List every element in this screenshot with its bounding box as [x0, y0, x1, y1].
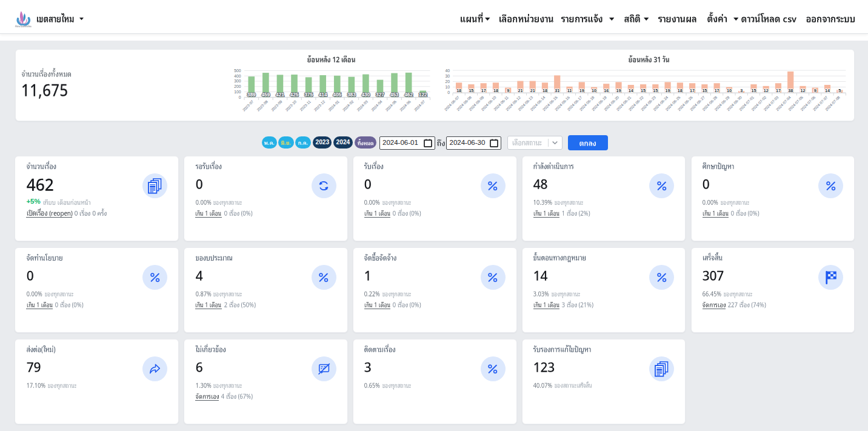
svg-text:18: 18: [456, 88, 461, 93]
svg-text:459: 459: [261, 92, 270, 98]
svg-text:18: 18: [542, 88, 547, 93]
svg-text:2024-07: 2024-07: [413, 99, 426, 112]
svg-text:414: 414: [319, 92, 327, 98]
svg-text:12: 12: [764, 88, 769, 93]
svg-text:389: 389: [247, 92, 256, 98]
svg-text:2024-03: 2024-03: [356, 99, 369, 112]
svg-text:14: 14: [629, 88, 633, 93]
svg-text:21: 21: [530, 88, 535, 93]
svg-text:430: 430: [361, 92, 370, 98]
svg-text:421: 421: [276, 92, 284, 98]
svg-text:17: 17: [715, 88, 719, 93]
svg-text:19: 19: [666, 88, 670, 93]
svg-text:16: 16: [604, 88, 609, 93]
svg-text:20: 20: [445, 79, 450, 84]
svg-text:2024-02: 2024-02: [342, 99, 355, 112]
svg-text:17: 17: [776, 88, 781, 93]
svg-text:10: 10: [727, 88, 732, 93]
svg-text:375: 375: [304, 92, 313, 98]
svg-text:0: 0: [239, 95, 241, 99]
svg-text:2023-10: 2023-10: [284, 99, 297, 112]
svg-text:5: 5: [838, 88, 841, 93]
svg-text:425: 425: [290, 92, 299, 98]
svg-text:31: 31: [555, 88, 559, 93]
svg-text:3: 3: [740, 88, 743, 93]
svg-text:462: 462: [404, 92, 413, 98]
svg-text:100: 100: [234, 90, 241, 94]
svg-text:12: 12: [800, 88, 805, 93]
svg-text:19: 19: [616, 88, 621, 93]
svg-text:17: 17: [690, 88, 695, 93]
svg-text:2024-01: 2024-01: [327, 99, 340, 112]
svg-text:17: 17: [481, 88, 486, 93]
svg-text:327: 327: [376, 92, 384, 98]
svg-text:2023-08: 2023-08: [256, 99, 269, 112]
svg-text:11: 11: [567, 88, 572, 93]
svg-text:15: 15: [653, 88, 658, 93]
svg-text:30: 30: [445, 74, 450, 78]
svg-text:383: 383: [347, 92, 356, 98]
svg-text:400: 400: [234, 74, 241, 78]
svg-text:0: 0: [447, 90, 450, 95]
svg-text:2024-06: 2024-06: [399, 99, 412, 112]
svg-text:2024-04: 2024-04: [370, 99, 383, 112]
svg-text:18: 18: [678, 88, 683, 93]
svg-text:9: 9: [507, 88, 509, 93]
svg-text:15: 15: [469, 88, 473, 93]
svg-text:19: 19: [579, 88, 584, 93]
svg-text:14: 14: [825, 88, 830, 93]
svg-text:122: 122: [419, 92, 427, 98]
svg-text:405: 405: [333, 92, 341, 98]
svg-text:15: 15: [702, 88, 707, 93]
svg-text:15: 15: [751, 88, 756, 93]
svg-text:300: 300: [234, 79, 241, 83]
svg-text:38: 38: [788, 88, 793, 93]
svg-text:15: 15: [641, 88, 646, 93]
svg-text:2023-12: 2023-12: [313, 99, 326, 112]
svg-text:2023-09: 2023-09: [270, 99, 283, 112]
svg-text:18: 18: [493, 88, 498, 93]
svg-text:200: 200: [234, 84, 241, 89]
svg-text:453: 453: [390, 92, 399, 98]
svg-text:2023-07: 2023-07: [241, 99, 254, 112]
svg-text:500: 500: [234, 68, 241, 73]
svg-text:10: 10: [445, 85, 450, 89]
svg-text:10: 10: [592, 88, 596, 93]
svg-text:9: 9: [814, 88, 816, 93]
svg-text:21: 21: [518, 88, 522, 93]
svg-text:2023-11: 2023-11: [299, 99, 312, 112]
svg-text:40: 40: [445, 68, 450, 73]
svg-text:2024-05: 2024-05: [384, 99, 397, 112]
